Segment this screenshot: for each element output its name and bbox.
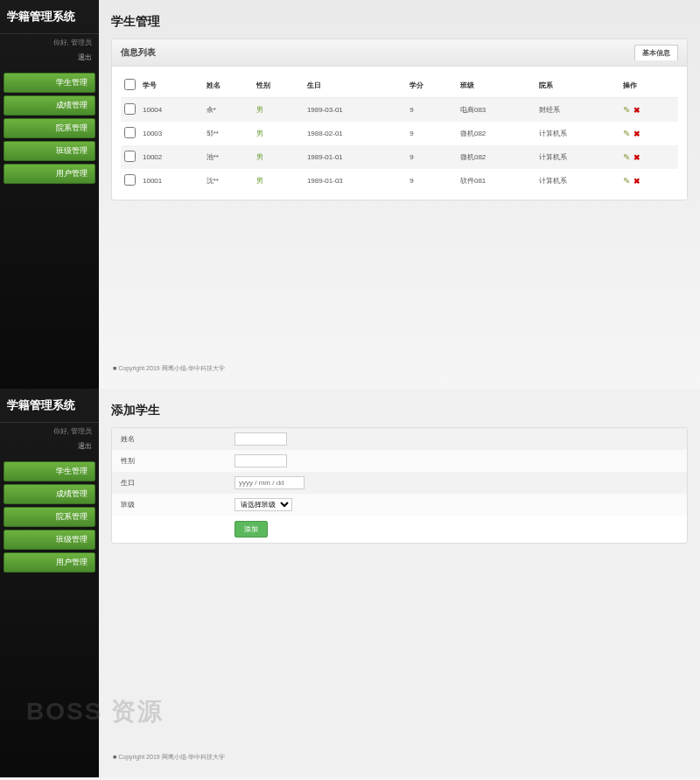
greeting: 你好, 管理员 bbox=[0, 34, 99, 51]
cell-class: 电商083 bbox=[457, 98, 536, 123]
student-table: 学号 姓名 性别 生日 学分 班级 院系 操作 10004余*男1989-03-… bbox=[121, 74, 678, 193]
app-title: 学籍管理系统 bbox=[0, 389, 99, 423]
footer: Copyright 2019 网鹰小组-华中科技大学 bbox=[111, 357, 688, 380]
cell-birth: 1988-02-01 bbox=[304, 122, 406, 145]
cell-name: 沈** bbox=[203, 169, 254, 193]
input-name[interactable] bbox=[234, 432, 287, 446]
nav-dept[interactable]: 院系管理 bbox=[4, 118, 95, 138]
cell-gender: 男 bbox=[253, 145, 304, 169]
cell-id: 10003 bbox=[139, 122, 203, 145]
cell-dept: 计算机系 bbox=[536, 122, 620, 145]
table-row: 10003邹**男1988-02-019微机082计算机系✎✖ bbox=[121, 122, 678, 145]
cell-id: 10004 bbox=[139, 98, 203, 123]
cell-name: 邹** bbox=[203, 122, 254, 145]
logout-link[interactable]: 退出 bbox=[0, 439, 99, 458]
cell-gender: 男 bbox=[253, 122, 304, 145]
logout-link[interactable]: 退出 bbox=[0, 51, 99, 69]
cell-name: 池** bbox=[203, 145, 254, 169]
nav-user[interactable]: 用户管理 bbox=[4, 552, 95, 573]
col-action: 操作 bbox=[620, 74, 678, 98]
cell-credit: 9 bbox=[406, 122, 457, 145]
row-check[interactable] bbox=[124, 103, 136, 115]
cell-gender: 男 bbox=[253, 98, 304, 123]
cell-dept: 计算机系 bbox=[536, 169, 620, 193]
edit-icon[interactable]: ✎ bbox=[623, 129, 630, 138]
cell-id: 10002 bbox=[139, 145, 203, 169]
nav-grade[interactable]: 成绩管理 bbox=[4, 484, 95, 504]
col-gender: 性别 bbox=[253, 74, 304, 98]
submit-button[interactable]: 添加 bbox=[234, 521, 268, 538]
table-row: 10002池**男1989-01-019微机082计算机系✎✖ bbox=[121, 145, 678, 169]
col-credit: 学分 bbox=[406, 74, 457, 98]
cell-birth: 1989-01-01 bbox=[304, 145, 406, 169]
col-name: 姓名 bbox=[203, 74, 254, 98]
delete-icon[interactable]: ✖ bbox=[634, 130, 640, 138]
footer: Copyright 2019 网鹰小组-华中科技大学 bbox=[111, 746, 688, 769]
select-class[interactable]: 请选择班级 bbox=[234, 498, 292, 511]
cell-id: 10001 bbox=[139, 169, 203, 193]
nav-dept[interactable]: 院系管理 bbox=[4, 507, 95, 527]
delete-icon[interactable]: ✖ bbox=[634, 106, 640, 115]
cell-credit: 9 bbox=[406, 98, 457, 123]
input-birth[interactable] bbox=[234, 476, 304, 489]
page-title: 添加学生 bbox=[111, 397, 688, 427]
nav-class[interactable]: 班级管理 bbox=[4, 530, 95, 550]
cell-name: 余* bbox=[203, 98, 254, 123]
nav-student[interactable]: 学生管理 bbox=[4, 461, 95, 481]
cell-birth: 1989-03-01 bbox=[304, 98, 406, 123]
sidebar-nav: 学生管理 成绩管理 院系管理 班级管理 用户管理 bbox=[0, 458, 99, 576]
cell-credit: 9 bbox=[406, 169, 457, 193]
edit-icon[interactable]: ✎ bbox=[623, 176, 630, 186]
card-title: 信息列表 bbox=[121, 46, 156, 59]
cell-class: 微机082 bbox=[457, 145, 536, 169]
col-id: 学号 bbox=[139, 74, 203, 98]
delete-icon[interactable]: ✖ bbox=[634, 177, 640, 186]
delete-icon[interactable]: ✖ bbox=[634, 153, 640, 162]
nav-user[interactable]: 用户管理 bbox=[4, 164, 95, 184]
cell-credit: 9 bbox=[406, 145, 457, 169]
label-gender: 性别 bbox=[121, 456, 234, 466]
cell-dept: 财经系 bbox=[536, 98, 620, 123]
row-check[interactable] bbox=[124, 127, 136, 138]
sidebar-nav: 学生管理 成绩管理 院系管理 班级管理 用户管理 bbox=[0, 69, 99, 187]
table-row: 10004余*男1989-03-019电商083财经系✎✖ bbox=[121, 98, 678, 123]
row-check[interactable] bbox=[124, 151, 136, 162]
row-check[interactable] bbox=[124, 174, 136, 186]
list-card: 信息列表 基本信息 学号 姓名 性别 生日 学分 班级 院系 bbox=[111, 39, 688, 200]
label-name: 姓名 bbox=[121, 434, 234, 444]
nav-grade[interactable]: 成绩管理 bbox=[4, 95, 95, 116]
form-card: 姓名 性别 生日 班级 请选择班级 添加 bbox=[111, 427, 688, 544]
table-row: 10001沈**男1989-01-039软件081计算机系✎✖ bbox=[121, 169, 678, 193]
check-all[interactable] bbox=[124, 79, 136, 90]
edit-icon[interactable]: ✎ bbox=[623, 105, 630, 115]
col-class: 班级 bbox=[457, 74, 536, 98]
app-title: 学籍管理系统 bbox=[0, 0, 99, 34]
page-title: 学生管理 bbox=[111, 9, 688, 39]
cell-class: 软件081 bbox=[457, 169, 536, 193]
cell-dept: 计算机系 bbox=[536, 145, 620, 169]
edit-icon[interactable]: ✎ bbox=[623, 152, 630, 162]
cell-birth: 1989-01-03 bbox=[304, 169, 406, 193]
col-birth: 生日 bbox=[304, 74, 406, 98]
label-birth: 生日 bbox=[121, 478, 234, 488]
nav-student[interactable]: 学生管理 bbox=[4, 73, 95, 93]
label-class: 班级 bbox=[121, 500, 234, 509]
cell-gender: 男 bbox=[253, 169, 304, 193]
col-dept: 院系 bbox=[536, 74, 620, 98]
nav-class[interactable]: 班级管理 bbox=[4, 141, 95, 161]
tab-basic[interactable]: 基本信息 bbox=[634, 45, 678, 60]
input-gender[interactable] bbox=[234, 454, 287, 467]
greeting: 你好, 管理员 bbox=[0, 423, 99, 439]
cell-class: 微机082 bbox=[457, 122, 536, 145]
